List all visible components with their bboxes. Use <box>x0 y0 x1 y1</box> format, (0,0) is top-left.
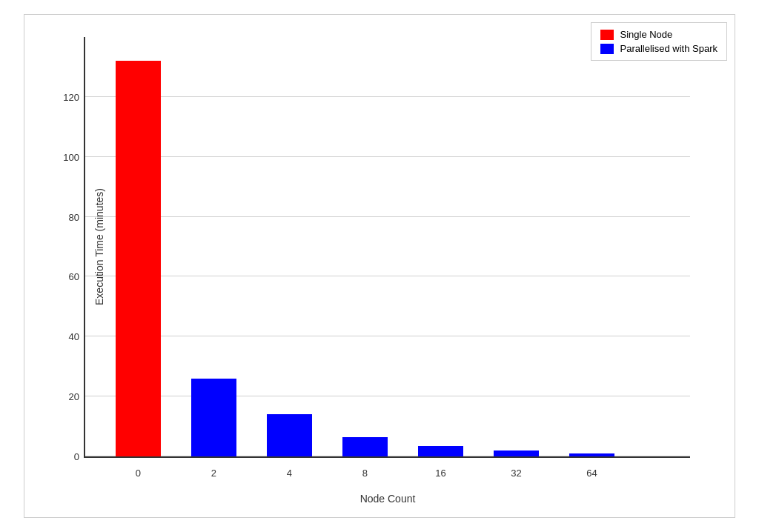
chart-area: Execution Time (minutes) Node Count 0204… <box>84 37 690 458</box>
chart-bar <box>191 379 236 456</box>
grid-line <box>85 96 690 97</box>
grid-line <box>85 336 690 336</box>
chart-bar <box>494 450 539 456</box>
x-axis-label: 64 <box>586 468 597 479</box>
grid-line <box>85 396 690 396</box>
y-axis-label: 40 <box>69 331 79 342</box>
chart-bar <box>267 414 312 456</box>
grid-line <box>85 156 690 157</box>
chart-bar <box>342 437 388 456</box>
y-axis-label: 60 <box>69 271 79 282</box>
chart-bar <box>569 453 614 456</box>
grid-line <box>85 216 690 217</box>
x-axis-label: 16 <box>435 468 445 479</box>
chart-container: Single Node Parallelised with Spark Exec… <box>24 14 735 518</box>
y-axis-title: Execution Time (minutes) <box>93 188 105 305</box>
y-axis-label: 100 <box>63 151 79 162</box>
y-axis-label: 0 <box>74 451 79 462</box>
chart-bar <box>418 446 463 456</box>
x-axis-label: 4 <box>287 468 292 479</box>
grid-line <box>85 276 690 276</box>
y-axis-label: 120 <box>63 91 79 102</box>
chart-bar <box>116 61 161 456</box>
y-axis-label: 80 <box>69 211 79 222</box>
x-axis-label: 32 <box>511 468 521 479</box>
x-axis-label: 0 <box>136 468 141 479</box>
x-axis-label: 8 <box>362 468 368 479</box>
y-axis-label: 20 <box>69 391 79 402</box>
x-axis-label: 2 <box>211 468 216 479</box>
x-axis-title: Node Count <box>360 493 416 505</box>
